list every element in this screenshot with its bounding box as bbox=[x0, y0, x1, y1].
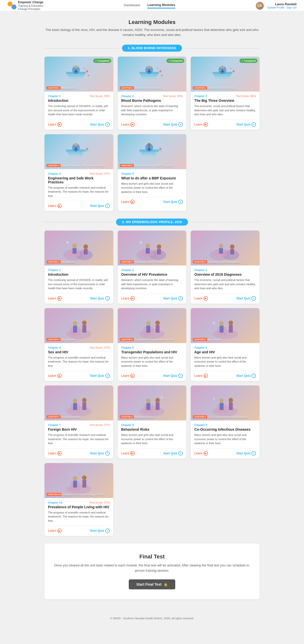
learn-icon-2-3: ▶ bbox=[204, 296, 208, 301]
nav-learning-modules[interactable]: Learning Modules bbox=[147, 3, 175, 8]
logo-text: Empower Change Training & Education Chan… bbox=[18, 0, 44, 11]
svg-rect-0 bbox=[68, 74, 84, 76]
card-meta-2-10: Chapter 10 Test Score: 57% bbox=[48, 501, 110, 504]
card-title-2-8: Behavioral Risks bbox=[121, 428, 183, 432]
quiz-button-2-9[interactable]: Start Quiz + bbox=[236, 451, 256, 456]
card-actions-2-8: Learn ▶ Start Quiz + bbox=[121, 448, 183, 456]
svg-rect-114 bbox=[220, 403, 224, 410]
quiz-icon-2-7: + bbox=[105, 451, 110, 456]
quiz-icon-2-1: + bbox=[105, 296, 110, 301]
learn-button-2-7[interactable]: Learn ▶ bbox=[48, 451, 62, 456]
card-desc-2-9: Many women and girls also lack social an… bbox=[194, 433, 256, 446]
test-score-1-3: Test Score: 86% bbox=[236, 94, 256, 98]
card-body-2-6: Chapter 6 Age and HIV Many women and gir… bbox=[191, 343, 259, 381]
card-body-1-1: Chapter 1 Test Score: 92% Introduction T… bbox=[45, 92, 113, 130]
card-image-1-2: Completed CHAPTER 2 Blood Borne Pathogen… bbox=[118, 57, 187, 92]
quiz-button-2-6[interactable]: Start Quiz + bbox=[236, 374, 256, 378]
quiz-button-2-3[interactable]: Start Quiz + bbox=[236, 296, 256, 301]
svg-rect-59 bbox=[73, 248, 77, 254]
card-desc-2-6: Many women and girls also lack social an… bbox=[194, 356, 256, 368]
card-desc-1-4: The progress of scientific research and … bbox=[48, 186, 110, 198]
card-image-2-2: CHAPTER 2 Overview of HIV Prevalence bbox=[118, 230, 187, 266]
card-image-2-7: CHAPTER 7 Foreign Born HIV bbox=[45, 386, 113, 420]
card-body-2-4: Chapter 4 Test Score: 57% Sex and HIV Th… bbox=[45, 343, 113, 381]
svg-rect-101 bbox=[73, 403, 77, 410]
learn-button-1-2[interactable]: Learn ▶ bbox=[121, 122, 135, 127]
quiz-button-2-8[interactable]: Start Quiz + bbox=[163, 451, 183, 456]
sign-out-link[interactable]: Sign out bbox=[286, 6, 296, 9]
learn-button-2-8[interactable]: Learn ▶ bbox=[121, 451, 135, 456]
section-2-grid: CHAPTER 1 Introduction Chapter 1 Introdu… bbox=[45, 230, 259, 536]
nav-dashboard[interactable]: Dashboard bbox=[124, 3, 140, 8]
chapter-title-overlay-2-6: Age and HIV bbox=[207, 338, 257, 341]
svg-point-83 bbox=[82, 320, 87, 325]
chapter-title-overlay-2-2: Overview of HIV Prevalence bbox=[134, 261, 185, 264]
chapter-title-overlay-1-4: Engineering and Safe Work Practices bbox=[61, 164, 111, 167]
svg-point-60 bbox=[83, 244, 88, 249]
svg-rect-35 bbox=[68, 152, 84, 154]
quiz-button-2-2[interactable]: Start Quiz + bbox=[163, 296, 183, 301]
final-test-title: Final Test bbox=[52, 554, 252, 560]
learn-button-2-3[interactable]: Learn ▶ bbox=[194, 296, 208, 301]
chapter-badge-2-7: CHAPTER 7 bbox=[47, 415, 61, 418]
learn-icon-1-2: ▶ bbox=[130, 122, 135, 127]
svg-point-58 bbox=[73, 244, 77, 248]
svg-point-62 bbox=[66, 241, 69, 244]
svg-point-63 bbox=[89, 243, 91, 245]
svg-point-106 bbox=[146, 398, 150, 403]
quiz-button-2-10[interactable]: Start Quiz + bbox=[90, 528, 110, 533]
learn-icon-2-4: ▶ bbox=[57, 374, 62, 378]
learn-button-2-4[interactable]: Learn ▶ bbox=[48, 374, 62, 378]
chapter-title-overlay-2-9: Co-Occurring Infectious Diseases bbox=[207, 416, 257, 418]
svg-point-89 bbox=[155, 320, 160, 325]
quiz-button-1-5[interactable]: Start Quiz + bbox=[163, 200, 183, 204]
test-score-2-10: Test Score: 57% bbox=[90, 501, 110, 504]
quiz-button-2-5[interactable]: Start Quiz + bbox=[163, 374, 183, 378]
logo[interactable]: Empower Change Training & Education Chan… bbox=[8, 0, 44, 11]
svg-point-9 bbox=[86, 70, 88, 72]
quiz-button-1-1[interactable]: Start Quiz + bbox=[90, 122, 110, 127]
section-1-header: 1. Blood Borne Pathogens bbox=[45, 45, 259, 52]
card-desc-1-3: The economic, social and political facto… bbox=[194, 104, 256, 116]
svg-point-115 bbox=[228, 398, 233, 402]
svg-point-113 bbox=[219, 398, 224, 403]
learn-button-1-5[interactable]: Learn ▶ bbox=[121, 200, 135, 204]
chapter-label-2-1: Chapter 1 bbox=[48, 268, 61, 272]
learn-button-2-10[interactable]: Learn ▶ bbox=[48, 528, 62, 533]
test-score-1-2: Test Score: 85% bbox=[163, 94, 183, 98]
learn-button-1-4[interactable]: Learn ▶ bbox=[48, 204, 62, 208]
learn-button-2-6[interactable]: Learn ▶ bbox=[194, 374, 208, 378]
card-body-1-3: Chapter 3 Test Score: 86% The Big Three … bbox=[191, 92, 259, 130]
learn-button-1-1[interactable]: Learn ▶ bbox=[48, 122, 62, 127]
svg-rect-109 bbox=[156, 402, 160, 410]
learn-button-2-5[interactable]: Learn ▶ bbox=[121, 374, 135, 378]
learn-button-2-9[interactable]: Learn ▶ bbox=[194, 451, 208, 456]
test-score-2-7: Test Score: 57% bbox=[90, 424, 110, 426]
chapter-label-2-3: Chapter 3 bbox=[194, 268, 207, 272]
quiz-button-1-2[interactable]: Start Quiz + bbox=[163, 122, 183, 127]
update-profile-link[interactable]: Update Profile bbox=[267, 6, 285, 9]
svg-rect-14 bbox=[142, 76, 156, 78]
avatar: LR bbox=[256, 2, 264, 10]
quiz-icon-2-4: + bbox=[105, 374, 110, 378]
chapter-title-overlay-2-8: Behavioral Risks bbox=[134, 416, 185, 418]
svg-rect-90 bbox=[156, 325, 160, 332]
card-desc-2-4: The progress of scientific research and … bbox=[48, 356, 110, 368]
module-card-2-10: CHAPTER 10 Prevalence of People Living w… bbox=[45, 463, 113, 536]
svg-point-108 bbox=[155, 398, 160, 402]
chapter-badge-2-2: CHAPTER 2 bbox=[120, 260, 134, 264]
quiz-button-2-7[interactable]: Start Quiz + bbox=[90, 451, 110, 456]
svg-point-97 bbox=[213, 322, 215, 324]
svg-point-29 bbox=[221, 65, 224, 68]
learn-button-1-3[interactable]: Learn ▶ bbox=[194, 122, 208, 127]
quiz-button-1-3[interactable]: Start Quiz + bbox=[236, 122, 256, 127]
quiz-button-1-4[interactable]: Start Quiz + bbox=[90, 204, 110, 208]
quiz-button-2-4[interactable]: Start Quiz + bbox=[90, 374, 110, 378]
card-image-2-1: CHAPTER 1 Introduction bbox=[45, 230, 113, 266]
quiz-button-2-1[interactable]: Start Quiz + bbox=[90, 296, 110, 301]
card-actions-2-3: Learn ▶ Start Quiz + bbox=[194, 294, 256, 301]
chapter-title-overlay-1-2: Blood Borne Pathogens bbox=[134, 87, 185, 90]
learn-button-2-2[interactable]: Learn ▶ bbox=[121, 296, 135, 301]
start-final-test-button[interactable]: Start Final Test 🔒 bbox=[129, 580, 175, 589]
learn-button-2-1[interactable]: Learn ▶ bbox=[48, 296, 62, 301]
